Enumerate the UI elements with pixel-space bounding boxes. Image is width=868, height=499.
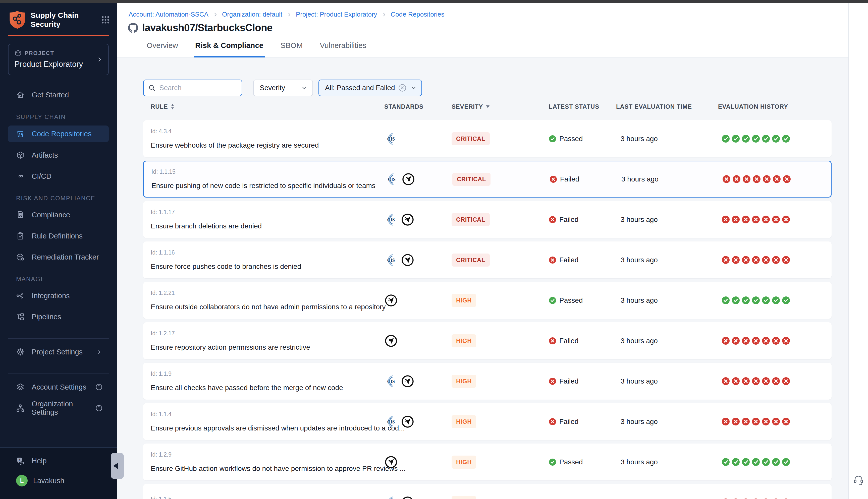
apps-grid-icon[interactable]: [101, 15, 110, 24]
svg-text:?: ?: [19, 458, 20, 461]
tab-risk-compliance[interactable]: Risk & Compliance: [194, 41, 265, 58]
table-row[interactable]: Id: 1.1.9Ensure all checks have passed b…: [143, 363, 832, 400]
rule-id: Id: 1.2.17: [151, 330, 384, 337]
rule-cell: Id: 1.1.4Ensure previous approvals are d…: [151, 411, 384, 432]
rule-cell: Id: 1.1.15Ensure pushing of new code is …: [152, 168, 385, 190]
sidebar-item-label: Rule Definitions: [32, 232, 83, 240]
project-switcher[interactable]: PROJECT Product Exploratory: [8, 44, 109, 75]
svg-text:CIS: CIS: [387, 217, 395, 222]
chevron-down-icon: [410, 85, 417, 91]
history-fail-icon: [752, 337, 760, 345]
breadcrumb-link[interactable]: Account: Automation-SSCA: [129, 11, 208, 18]
severity-cell: CRITICAL: [451, 132, 549, 145]
table-row[interactable]: Id: 1.1.16Ensure force pushes code to br…: [143, 242, 832, 278]
sidebar-item-rule-definitions[interactable]: Rule Definitions: [8, 228, 109, 244]
sidebar-item-integrations[interactable]: Integrations: [8, 288, 109, 304]
github-icon: [128, 23, 138, 33]
table-row[interactable]: Id: 1.2.9Ensure GitHub action workflows …: [143, 443, 832, 480]
column-header-rule[interactable]: RULE: [151, 103, 384, 110]
column-header-evaluation-history: EVALUATION HISTORY: [718, 103, 832, 110]
sidebar-item-artifacts[interactable]: Artifacts: [8, 147, 109, 163]
table-row[interactable]: Id: 1.1.17Ensure branch deletions are de…: [143, 201, 832, 238]
history-cell: [718, 458, 832, 466]
tab-vulnerabilities[interactable]: Vulnerabilities: [318, 41, 368, 58]
rule-cell: Id: 1.2.9Ensure GitHub action workflows …: [151, 451, 384, 473]
table-row[interactable]: Id: 1.1.15Ensure pushing of new code is …: [143, 161, 832, 197]
failed-x-icon: [549, 256, 556, 264]
history-pass-icon: [772, 296, 780, 304]
search-input[interactable]: [159, 84, 237, 92]
rule-name: Ensure branch deletions are denied: [151, 222, 384, 230]
history-fail-icon: [742, 377, 750, 385]
failed-x-icon: [549, 418, 556, 425]
sidebar-item-help[interactable]: ? Help: [8, 453, 109, 469]
history-fail-icon: [772, 417, 780, 426]
help-icon: ?: [16, 457, 25, 465]
standard-cis-icon: CIS: [384, 415, 398, 428]
history-fail-icon: [762, 337, 770, 345]
sidebar-item-remediation-tracker[interactable]: Remediation Tracker: [8, 249, 109, 265]
tab-overview[interactable]: Overview: [145, 41, 180, 58]
table-row[interactable]: Id: 1.2.21Ensure outside collaborators d…: [143, 282, 832, 319]
info-icon[interactable]: [95, 404, 103, 412]
breadcrumb-link[interactable]: Code Repositories: [391, 11, 445, 18]
rule-id: Id: 1.2.9: [151, 451, 384, 458]
home-icon: [16, 90, 25, 99]
history-fail-icon: [782, 337, 790, 345]
sidebar-item-label: Integrations: [32, 292, 70, 300]
column-header-standards: STANDARDS: [384, 103, 451, 110]
severity-dropdown[interactable]: Severity: [253, 80, 313, 96]
user-menu[interactable]: L Lavakush: [16, 475, 109, 486]
sidebar-item-code-repositories[interactable]: Code Repositories: [8, 125, 109, 142]
sidebar-item-account-settings[interactable]: Account Settings: [8, 379, 109, 395]
tab-sbom[interactable]: SBOM: [279, 41, 304, 58]
status-label: Failed: [559, 377, 578, 385]
rule-name: Ensure pushing of new code is restricted…: [152, 182, 385, 190]
breadcrumb-link[interactable]: Organization: default: [222, 11, 282, 18]
search-icon: [148, 84, 156, 92]
standard-cis-icon: CIS: [384, 496, 398, 499]
history-pass-icon: [732, 458, 740, 466]
status-filter-dropdown[interactable]: All: Passed and Failed: [318, 80, 422, 96]
sidebar-item-label: Account Settings: [32, 383, 86, 391]
sidebar-collapse-handle[interactable]: [111, 453, 124, 479]
history-fail-icon: [742, 215, 750, 224]
breadcrumb-link[interactable]: Project: Product Exploratory: [296, 11, 377, 18]
history-cell: [718, 135, 832, 143]
severity-cell: HIGH: [451, 415, 549, 428]
table-row[interactable]: Id: 4.3.4Ensure webhooks of the package …: [143, 120, 832, 157]
sidebar-item-organization-settings[interactable]: Organization Settings: [8, 400, 109, 416]
account-layers-icon: [16, 383, 25, 391]
rule-cell: Id: 1.1.5: [151, 496, 384, 499]
severity-cell: HIGH: [451, 294, 549, 307]
table-row[interactable]: Id: 1.1.4Ensure previous approvals are d…: [143, 403, 832, 440]
table-row[interactable]: Id: 1.2.17Ensure repository action permi…: [143, 322, 832, 359]
info-icon[interactable]: [95, 383, 103, 391]
sidebar-item-compliance[interactable]: Compliance: [8, 207, 109, 223]
column-header-last-evaluation-time: LAST EVALUATION TIME: [616, 103, 718, 110]
history-pass-icon: [782, 135, 790, 143]
page-header: Account: Automation-SSCAOrganization: de…: [117, 3, 848, 58]
history-pass-icon: [782, 296, 790, 304]
status-label: Passed: [559, 458, 583, 466]
support-headset-icon[interactable]: [853, 474, 864, 485]
sidebar-item-ci-cd[interactable]: CI/CD: [8, 168, 109, 184]
clear-filter-icon[interactable]: [398, 83, 407, 93]
filter-bar: Severity All: Passed and Failed: [143, 80, 422, 96]
standards-cell: [384, 455, 451, 469]
table-row[interactable]: Id: 1.1.5CISHIGHFailed3 hours ago: [143, 484, 832, 499]
standards-cell: CIS: [385, 172, 452, 186]
history-fail-icon: [762, 417, 770, 426]
history-fail-icon: [782, 256, 790, 264]
sidebar-item-get-started[interactable]: Get Started: [8, 87, 109, 103]
history-fail-icon: [752, 417, 760, 426]
severity-badge: HIGH: [451, 415, 476, 428]
sidebar-item-label: Pipelines: [32, 313, 61, 321]
standard-cis-icon: CIS: [384, 213, 398, 227]
standard-owasp-icon: [401, 253, 414, 267]
column-header-severity[interactable]: SEVERITY: [451, 103, 549, 110]
rule-definitions-icon: [16, 232, 25, 240]
sidebar-item-project-settings[interactable]: Project Settings: [8, 344, 109, 360]
help-label: Help: [32, 457, 47, 465]
sidebar-item-pipelines[interactable]: Pipelines: [8, 309, 109, 325]
